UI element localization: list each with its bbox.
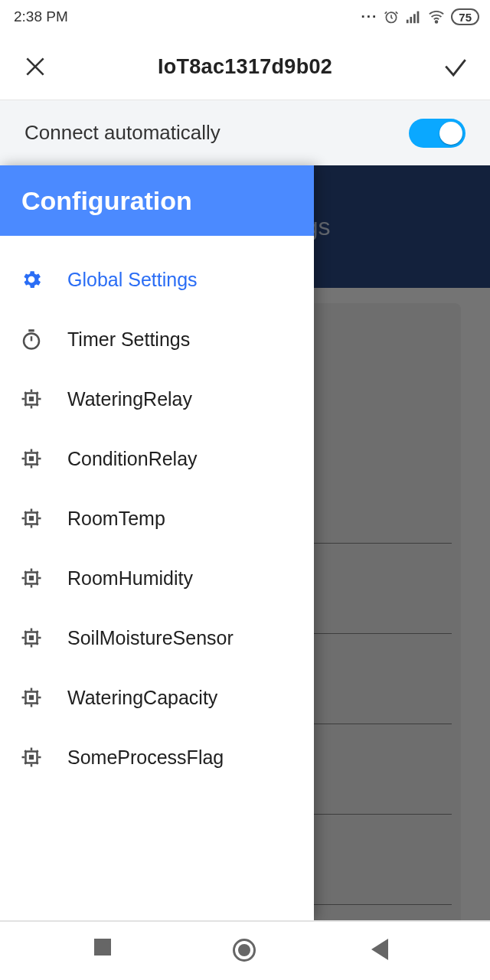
connect-auto-toggle[interactable] bbox=[409, 119, 466, 148]
chip-icon bbox=[20, 387, 43, 410]
menu-item-roomtemp[interactable]: RoomTemp bbox=[0, 488, 314, 548]
page-title: IoT8ac1317d9b02 bbox=[158, 55, 332, 79]
svg-rect-3 bbox=[413, 14, 416, 23]
toggle-knob bbox=[439, 122, 462, 145]
menu-item-global-settings[interactable]: Global Settings bbox=[0, 250, 314, 309]
status-right: ··· 75 bbox=[361, 8, 479, 25]
more-icon: ··· bbox=[361, 8, 377, 25]
chip-icon bbox=[20, 507, 43, 530]
gear-icon bbox=[20, 268, 43, 291]
recents-button[interactable] bbox=[94, 939, 119, 963]
system-nav-bar bbox=[0, 920, 490, 980]
chip-icon bbox=[20, 686, 43, 709]
confirm-button[interactable] bbox=[443, 54, 467, 79]
status-time: 2:38 PM bbox=[14, 8, 68, 25]
nav-drawer: Configuration Global SettingsTimer Setti… bbox=[0, 165, 314, 920]
connect-auto-row: Connect automatically bbox=[0, 100, 490, 165]
status-bar: 2:38 PM ··· 75 bbox=[0, 0, 490, 34]
menu-item-wateringcapacity[interactable]: WateringCapacity bbox=[0, 668, 314, 727]
menu-item-label: SoilMoistureSensor bbox=[67, 627, 234, 649]
menu-item-timer-settings[interactable]: Timer Settings bbox=[0, 309, 314, 369]
svg-rect-4 bbox=[417, 11, 420, 24]
battery-icon: 75 bbox=[451, 8, 479, 25]
svg-point-5 bbox=[436, 21, 438, 23]
menu-item-label: RoomTemp bbox=[67, 508, 165, 530]
chip-icon bbox=[20, 447, 43, 470]
menu-item-label: RoomHumidity bbox=[67, 567, 193, 590]
menu-item-label: ConditionRelay bbox=[67, 448, 198, 470]
timer-icon bbox=[20, 328, 43, 351]
connect-auto-label: Connect automatically bbox=[24, 121, 220, 145]
menu-item-wateringrelay[interactable]: WateringRelay bbox=[0, 369, 314, 429]
svg-rect-2 bbox=[410, 17, 413, 23]
menu-item-roomhumidity[interactable]: RoomHumidity bbox=[0, 548, 314, 608]
drawer-menu: Global SettingsTimer SettingsWateringRel… bbox=[0, 236, 314, 787]
alarm-icon bbox=[384, 9, 399, 24]
menu-item-label: WateringRelay bbox=[67, 388, 192, 410]
menu-item-label: WateringCapacity bbox=[67, 687, 217, 709]
menu-item-label: Timer Settings bbox=[67, 328, 190, 351]
cell-signal-icon bbox=[405, 8, 422, 25]
chip-icon bbox=[20, 746, 43, 769]
menu-item-label: SomeProcessFlag bbox=[67, 746, 224, 769]
menu-item-soilmoisturesensor[interactable]: SoilMoistureSensor bbox=[0, 608, 314, 668]
menu-item-someprocessflag[interactable]: SomeProcessFlag bbox=[0, 727, 314, 787]
menu-item-label: Global Settings bbox=[67, 269, 198, 291]
wifi-icon bbox=[428, 8, 445, 25]
menu-item-conditionrelay[interactable]: ConditionRelay bbox=[0, 429, 314, 488]
drawer-title: Configuration bbox=[0, 165, 314, 236]
chip-icon bbox=[20, 567, 43, 590]
wifi-edit-header: IoT8ac1317d9b02 bbox=[0, 34, 490, 100]
svg-rect-1 bbox=[407, 20, 409, 24]
home-button[interactable] bbox=[233, 939, 257, 963]
chip-icon bbox=[20, 626, 43, 649]
close-button[interactable] bbox=[23, 54, 47, 79]
back-button[interactable] bbox=[371, 939, 396, 963]
